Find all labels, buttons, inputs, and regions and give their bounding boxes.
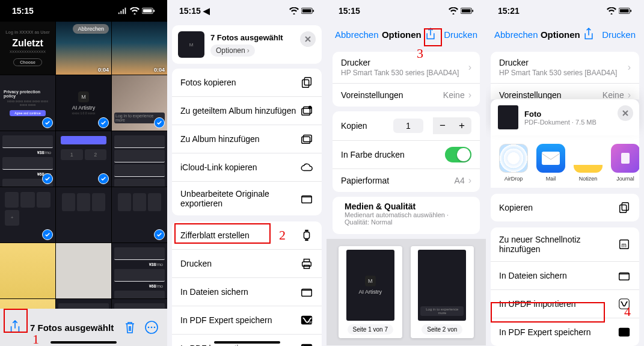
action-copy[interactable]: Kopieren <box>491 194 639 221</box>
check-icon[interactable] <box>42 173 53 184</box>
action-pdf-convert[interactable]: In PDF konvertierenPDF <box>172 335 322 346</box>
status-time: 15:21 <box>498 6 520 16</box>
photo-thumb[interactable]: 0:04 <box>112 22 167 75</box>
photo-thumb[interactable]: M AI Artistry xxxxx 1.0.0 xxxxx <box>56 75 111 131</box>
bottom-toolbar: 7 Fotos ausgewählt <box>0 309 167 346</box>
wifi-icon <box>449 7 458 14</box>
airdrop-icon <box>499 144 528 173</box>
svg-rect-1 <box>143 9 152 13</box>
svg-rect-33 <box>620 9 629 13</box>
preview-page[interactable]: MAI Artistry Seite 1 von 7 <box>339 246 402 338</box>
color-toggle[interactable] <box>445 147 471 162</box>
share-action-list-2: Zu neuer Schnellnotiz hinzufügenm In Dat… <box>491 227 639 346</box>
nav-title: Optionen <box>541 29 580 40</box>
action-quicknote[interactable]: Zu neuer Schnellnotiz hinzufügenm <box>491 227 639 262</box>
more-icon[interactable] <box>144 320 159 335</box>
action-icloud-link[interactable]: iCloud-Link kopieren <box>172 153 322 182</box>
photo-thumb[interactable]: Privacy protection policy xxxxx xxxxx xx… <box>0 75 55 131</box>
share-subsheet: Foto PDF-Dokument · 7.5 MB AirDrop Mail … <box>486 99 644 346</box>
action-save-files[interactable]: In Dateien sichern <box>172 278 322 306</box>
print-button[interactable]: Drucken <box>602 29 636 40</box>
pdf-expert-icon: PDF <box>300 314 313 327</box>
check-icon[interactable] <box>42 117 53 128</box>
cancel-button[interactable]: Abbrechen <box>494 29 538 40</box>
trash-icon[interactable] <box>124 321 136 334</box>
photo-thumb[interactable]: 12 <box>56 131 111 187</box>
chevron-icon: › <box>468 62 471 73</box>
photo-thumb[interactable] <box>56 243 111 298</box>
app-row[interactable]: AirDrop Mail Notizen Journal F… <box>491 135 639 188</box>
action-pdf-expert[interactable]: In PDF Expert speichernPDF <box>172 306 322 335</box>
check-icon[interactable] <box>154 117 165 128</box>
app-airdrop[interactable]: AirDrop <box>499 144 528 182</box>
photo-thumb[interactable]: Log in to experience more <box>112 75 167 131</box>
action-shared-album[interactable]: Zu geteiltem Album hinzufügen <box>172 97 322 125</box>
nav-bar: Abbrechen Optionen Drucken <box>486 22 644 47</box>
print-previews: MAI Artistry Seite 1 von 7 Log in to exp… <box>327 239 486 345</box>
photo-thumb[interactable]: ¥38/mo ¥68/mo ¥128/mo <box>112 243 167 298</box>
printer-block: DruckerHP Smart Tank 530 series [BAAD4A]… <box>333 52 480 107</box>
svg-rect-9 <box>313 10 314 12</box>
watch-icon <box>300 229 313 242</box>
photo-thumb[interactable]: + <box>0 187 55 243</box>
minus-button[interactable]: − <box>433 117 452 134</box>
printer-row[interactable]: DruckerHP Smart Tank 530 series [BAAD4A]… <box>333 52 480 84</box>
copies-stepper[interactable]: 1 − + <box>393 117 471 134</box>
settings-block: Kopien 1 − + In Farbe drucken Papierform… <box>333 111 480 192</box>
share-icon[interactable] <box>425 28 437 41</box>
plus-button[interactable]: + <box>452 117 471 134</box>
photo-thumb[interactable]: ¥38/mo ¥68/mo ¥128/mo <box>0 131 55 187</box>
app-mail[interactable]: Mail <box>536 144 565 182</box>
status-bar: 15:15 ◀ <box>167 0 327 22</box>
action-list-2: Zifferblatt erstellen Drucken In Dateien… <box>172 221 322 346</box>
action-copy-photos[interactable]: Fotos kopieren <box>172 69 322 97</box>
svg-rect-37 <box>620 205 627 212</box>
print-button[interactable]: Drucken <box>444 29 477 40</box>
close-button[interactable] <box>618 105 633 121</box>
cancel-pill[interactable]: Abbrechen <box>73 24 109 34</box>
app-journal[interactable]: Journal <box>611 144 639 182</box>
action-export-originals[interactable]: Unbearbeitete Originale exportieren <box>172 182 322 215</box>
cancel-button[interactable]: Abbrechen <box>335 29 379 40</box>
photo-thumb[interactable]: Abbrechen 0:04 <box>56 22 111 75</box>
share-icon[interactable] <box>583 28 595 41</box>
action-print[interactable]: Drucken <box>172 250 322 278</box>
share-header: M 7 Fotos ausgewählt Optionen› <box>172 25 322 64</box>
printer-row[interactable]: DruckerHP Smart Tank 530 series [BAAD4A]… <box>491 52 639 84</box>
photo-thumb[interactable] <box>112 131 167 187</box>
battery-icon <box>301 7 314 14</box>
photo-grid[interactable]: Log in XXXXX as User Zuletzt XXXXXXXXXXX… <box>0 22 167 346</box>
app-notes[interactable]: Notizen <box>574 144 603 182</box>
journal-icon <box>611 144 639 173</box>
paper-row[interactable]: Papierformat A4› <box>333 169 480 192</box>
check-icon[interactable] <box>154 229 165 240</box>
action-updf[interactable]: In UPDF importieren <box>491 290 639 318</box>
folder-icon <box>300 192 313 205</box>
action-watchface[interactable]: Zifferblatt erstellen <box>172 221 322 250</box>
share-icon[interactable] <box>8 320 22 335</box>
media-block[interactable]: Medien & Qualität Medienart automatisch … <box>333 197 480 234</box>
svg-point-5 <box>151 327 153 329</box>
status-icons <box>289 7 314 14</box>
check-icon[interactable] <box>98 173 109 184</box>
close-button[interactable] <box>300 31 316 47</box>
wifi-icon <box>289 7 299 14</box>
preview-page[interactable]: Log in to experience more Seite 2 von <box>411 246 474 338</box>
check-icon[interactable] <box>42 229 53 240</box>
share-action-list: Kopieren <box>491 194 639 221</box>
photo-thumb[interactable] <box>112 187 167 243</box>
action-save-files[interactable]: In Dateien sichern <box>491 262 639 290</box>
presets-row[interactable]: Voreinstellungen Keine› <box>333 84 480 107</box>
wifi-icon <box>130 7 140 14</box>
share-thumb: M <box>178 31 204 58</box>
options-button[interactable]: Optionen› <box>210 45 255 57</box>
photo-thumb[interactable] <box>0 243 55 298</box>
photo-thumb[interactable] <box>56 187 111 243</box>
selection-count: 7 Fotos ausgewählt <box>30 323 115 333</box>
home-indicator[interactable] <box>214 341 280 344</box>
action-pdf-expert[interactable]: In PDF Expert speichern <box>491 318 639 346</box>
action-add-album[interactable]: Zu Album hinzufügen <box>172 125 322 153</box>
home-indicator[interactable] <box>51 341 117 344</box>
check-icon[interactable] <box>98 117 109 128</box>
svg-rect-10 <box>302 79 309 87</box>
